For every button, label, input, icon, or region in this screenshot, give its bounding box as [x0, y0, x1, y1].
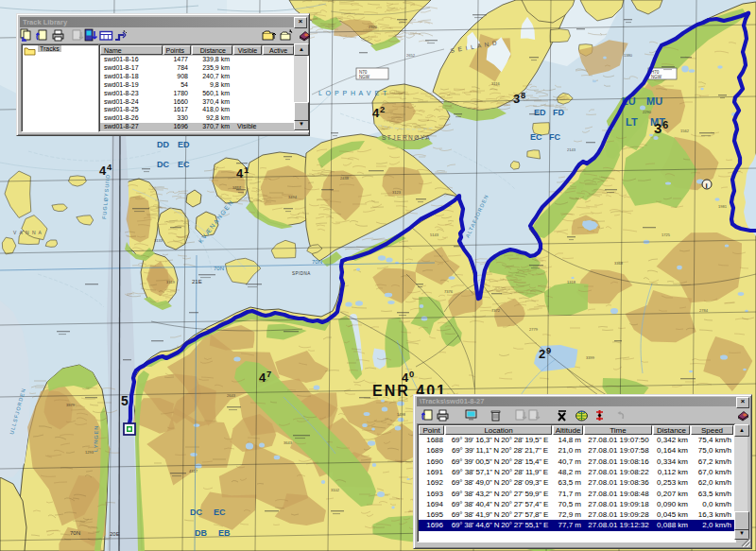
svg-text:20E: 20E: [110, 531, 120, 537]
svg-text:FD: FD: [553, 108, 564, 117]
svg-text:3: 3: [654, 120, 662, 136]
svg-text:2784: 2784: [699, 308, 709, 313]
svg-text:LYNGEN: LYNGEN: [93, 425, 99, 452]
svg-text:3123: 3123: [392, 190, 402, 195]
svg-text:3368: 3368: [614, 261, 624, 266]
svg-text:4: 4: [99, 164, 107, 178]
svg-text:4: 4: [372, 106, 380, 120]
svg-text:1: 1: [244, 165, 249, 175]
svg-text:EB: EB: [218, 528, 231, 538]
svg-text:STJERNØYA: STJERNØYA: [382, 134, 431, 141]
svg-text:5143: 5143: [430, 232, 439, 237]
svg-text:FC: FC: [549, 132, 560, 142]
svg-text:2290: 2290: [643, 110, 652, 114]
svg-text:EC: EC: [530, 132, 542, 142]
svg-text:1380: 1380: [624, 53, 633, 58]
svg-text:ED: ED: [178, 140, 190, 149]
svg-text:DC: DC: [157, 160, 169, 169]
svg-text:2643: 2643: [227, 393, 236, 398]
svg-text:SPIDNA: SPIDNA: [292, 271, 311, 276]
svg-text:8: 8: [521, 91, 525, 100]
svg-text:70N: 70N: [70, 530, 80, 536]
svg-text:7: 7: [266, 370, 271, 379]
svg-text:3102: 3102: [331, 488, 340, 492]
svg-text:DB: DB: [195, 528, 207, 538]
svg-text:3319: 3319: [166, 280, 176, 284]
svg-text:ED: ED: [534, 108, 546, 117]
svg-text:L O P P H A V E T: L O P P H A V E T: [318, 90, 387, 96]
svg-text:1318: 1318: [567, 280, 576, 284]
svg-text:1562: 1562: [680, 129, 690, 133]
svg-text:3399: 3399: [586, 355, 595, 360]
svg-text:3979: 3979: [66, 403, 76, 407]
svg-text:DC: DC: [190, 508, 202, 517]
svg-text:LT: LT: [626, 116, 638, 128]
svg-text:7372: 7372: [491, 308, 501, 313]
svg-text:2: 2: [380, 105, 385, 114]
svg-text:5: 5: [121, 393, 129, 408]
svg-text:2143: 2143: [567, 147, 576, 152]
svg-text:4: 4: [236, 166, 244, 181]
svg-text:2: 2: [539, 347, 545, 361]
svg-text:i: i: [706, 181, 708, 190]
svg-text:4: 4: [107, 163, 112, 172]
svg-text:4: 4: [259, 370, 266, 385]
svg-text:EC: EC: [214, 508, 226, 517]
svg-text:70N: 70N: [312, 259, 322, 265]
svg-text:2652: 2652: [406, 53, 416, 58]
svg-text:DD: DD: [157, 140, 169, 149]
svg-text:2779: 2779: [529, 327, 539, 332]
svg-text:70N: 70N: [214, 266, 224, 271]
svg-text:2438: 2438: [340, 176, 350, 181]
svg-text:0: 0: [409, 370, 414, 379]
svg-text:7376: 7376: [444, 289, 454, 294]
svg-text:3: 3: [513, 92, 520, 106]
svg-text:NGW: NGW: [359, 75, 370, 79]
svg-text:1981: 1981: [718, 204, 728, 209]
svg-text:EC: EC: [178, 160, 190, 169]
svg-text:4317: 4317: [189, 469, 198, 474]
svg-text:NGW: NGW: [651, 75, 662, 79]
svg-text:3116: 3116: [491, 81, 500, 86]
svg-text:2320: 2320: [369, 25, 378, 29]
svg-text:21E: 21E: [192, 279, 202, 284]
svg-text:3643: 3643: [284, 440, 293, 445]
svg-text:1725: 1725: [662, 232, 671, 237]
svg-text:V A N N A: V A N N A: [13, 230, 43, 235]
svg-text:6: 6: [662, 119, 668, 130]
svg-text:9: 9: [546, 346, 551, 355]
svg-text:3133: 3133: [154, 238, 163, 243]
svg-text:3494: 3494: [288, 195, 298, 199]
svg-text:MU: MU: [646, 95, 662, 107]
